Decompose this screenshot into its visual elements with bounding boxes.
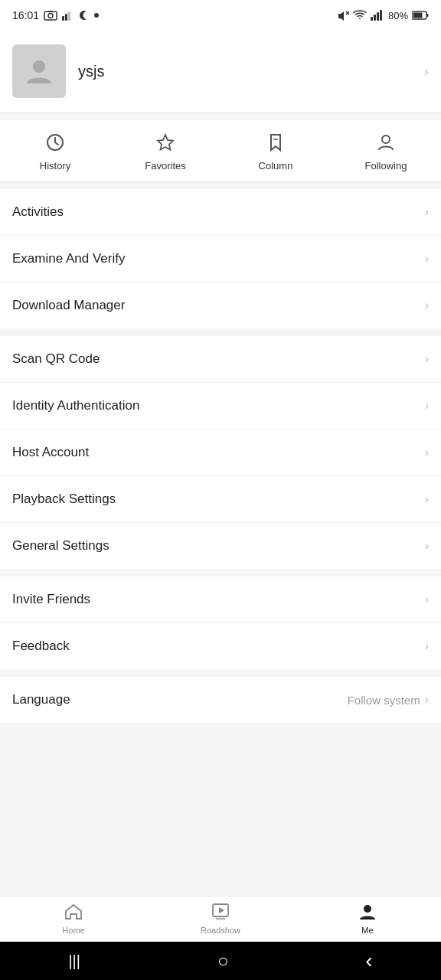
menu-item-host[interactable]: Host Account › bbox=[0, 430, 441, 476]
star-icon bbox=[155, 132, 175, 155]
svg-rect-14 bbox=[413, 13, 423, 18]
photo-icon bbox=[44, 10, 57, 21]
avatar-silhouette bbox=[24, 56, 54, 87]
menu-item-identity[interactable]: Identity Authentication › bbox=[0, 383, 441, 430]
svg-rect-11 bbox=[380, 10, 382, 21]
home-icon bbox=[64, 903, 83, 923]
status-left: 16:01 bbox=[12, 9, 99, 21]
svg-rect-2 bbox=[48, 11, 53, 12]
status-right: 80% bbox=[337, 10, 429, 21]
invite-chevron: › bbox=[425, 593, 429, 606]
svg-rect-4 bbox=[65, 14, 67, 21]
tab-favorites[interactable]: Favorites bbox=[110, 120, 220, 181]
feedback-chevron: › bbox=[425, 639, 429, 653]
svg-rect-5 bbox=[68, 11, 70, 21]
menu-item-activities[interactable]: Activities › bbox=[0, 189, 441, 236]
svg-point-15 bbox=[33, 60, 45, 73]
signal-icon bbox=[62, 10, 74, 21]
avatar bbox=[12, 44, 66, 98]
menu-item-playback[interactable]: Playback Settings › bbox=[0, 476, 441, 523]
svg-marker-23 bbox=[219, 907, 224, 913]
tab-following[interactable]: Following bbox=[331, 120, 441, 181]
battery-display: 80% bbox=[388, 10, 408, 21]
tab-favorites-label: Favorites bbox=[145, 160, 185, 172]
svg-marker-19 bbox=[158, 135, 173, 150]
svg-rect-8 bbox=[371, 17, 373, 21]
dot-indicator bbox=[94, 13, 99, 18]
bookmark-icon bbox=[266, 132, 286, 155]
battery-icon bbox=[412, 11, 429, 20]
tab-column-label: Column bbox=[259, 160, 293, 172]
play-icon bbox=[211, 903, 230, 923]
language-right: Follow system › bbox=[348, 693, 429, 707]
system-menu-button[interactable]: ||| bbox=[68, 952, 80, 970]
scan-qr-chevron: › bbox=[425, 352, 429, 366]
svg-line-18 bbox=[55, 142, 58, 145]
menu-item-scan-qr[interactable]: Scan QR Code › bbox=[0, 336, 441, 383]
svg-rect-9 bbox=[374, 15, 376, 21]
following-person-icon bbox=[376, 132, 396, 155]
menu-item-general[interactable]: General Settings › bbox=[0, 523, 441, 569]
svg-rect-3 bbox=[62, 16, 64, 21]
bottom-nav-home[interactable]: Home bbox=[0, 897, 147, 942]
profile-chevron: › bbox=[424, 64, 429, 80]
host-chevron: › bbox=[425, 446, 429, 459]
system-back-button[interactable]: ‹ bbox=[365, 949, 372, 973]
menu-group-1: Activities › Examine And Verify › Downlo… bbox=[0, 189, 441, 328]
language-chevron: › bbox=[425, 693, 429, 707]
nav-tabs: History Favorites Column Following bbox=[0, 120, 441, 181]
system-home-button[interactable]: ○ bbox=[217, 950, 229, 972]
svg-point-21 bbox=[382, 136, 390, 143]
identity-chevron: › bbox=[425, 399, 429, 413]
svg-rect-10 bbox=[377, 12, 379, 21]
system-nav-bar: ||| ○ ‹ bbox=[0, 942, 441, 980]
time-display: 16:01 bbox=[12, 9, 39, 21]
tab-history-label: History bbox=[40, 160, 70, 172]
bottom-nav-roadshow[interactable]: Roadshow bbox=[147, 897, 294, 942]
svg-rect-0 bbox=[44, 11, 57, 20]
bottom-nav-me-label: Me bbox=[361, 926, 373, 935]
bottom-nav-roadshow-label: Roadshow bbox=[201, 926, 240, 935]
general-chevron: › bbox=[425, 539, 429, 553]
wifi-icon bbox=[353, 10, 367, 21]
clock-icon bbox=[45, 132, 65, 155]
tab-history[interactable]: History bbox=[0, 120, 110, 181]
cell-signal-icon bbox=[371, 10, 384, 21]
playback-chevron: › bbox=[425, 492, 429, 506]
bottom-nav: Home Roadshow Me bbox=[0, 896, 441, 942]
menu-group-3: Invite Friends › Feedback › bbox=[0, 577, 441, 669]
mute-icon bbox=[337, 10, 349, 21]
language-value: Follow system bbox=[348, 694, 420, 707]
me-person-icon bbox=[358, 903, 377, 923]
svg-point-1 bbox=[48, 14, 53, 18]
examine-chevron: › bbox=[425, 252, 429, 266]
bottom-nav-home-label: Home bbox=[62, 926, 84, 935]
menu-item-language[interactable]: Language Follow system › bbox=[0, 677, 441, 723]
menu-item-download[interactable]: Download Manager › bbox=[0, 283, 441, 328]
activities-chevron: › bbox=[425, 205, 429, 219]
download-chevron: › bbox=[425, 299, 429, 312]
menu-item-feedback[interactable]: Feedback › bbox=[0, 623, 441, 669]
language-label: Language bbox=[12, 692, 70, 707]
menu-item-examine[interactable]: Examine And Verify › bbox=[0, 236, 441, 283]
username: ysjs bbox=[78, 63, 424, 80]
tab-column[interactable]: Column bbox=[220, 120, 331, 181]
moon-icon bbox=[79, 10, 90, 21]
bottom-nav-me[interactable]: Me bbox=[294, 897, 441, 942]
menu-group-2: Scan QR Code › Identity Authentication ›… bbox=[0, 336, 441, 569]
svg-rect-13 bbox=[427, 14, 429, 17]
menu-item-invite[interactable]: Invite Friends › bbox=[0, 577, 441, 623]
svg-point-25 bbox=[364, 905, 371, 913]
status-bar: 16:01 bbox=[0, 0, 441, 31]
tab-following-label: Following bbox=[365, 160, 407, 172]
profile-section[interactable]: ysjs › bbox=[0, 31, 441, 113]
